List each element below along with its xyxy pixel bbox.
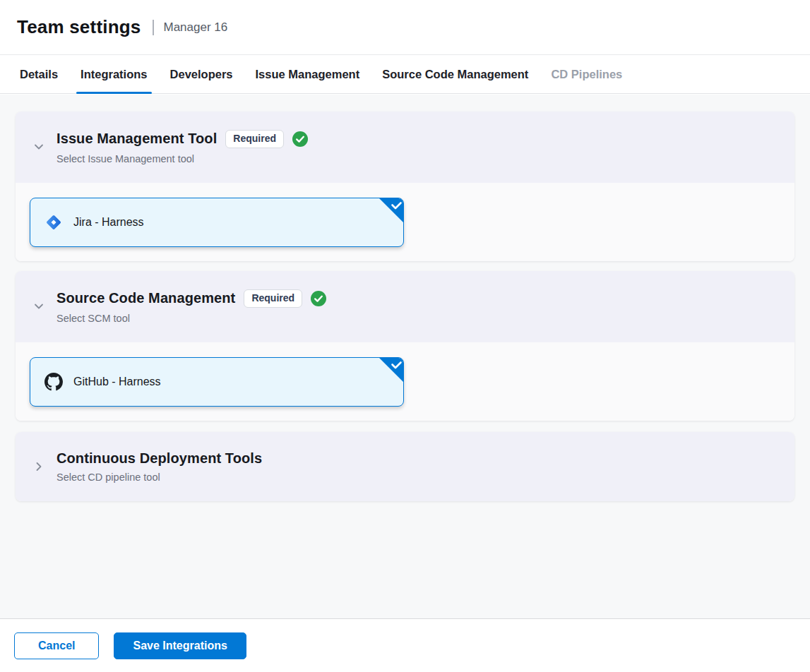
selected-check-icon — [379, 198, 403, 222]
section-issue-management-header[interactable]: Issue Management Tool Required Select Is… — [16, 112, 794, 183]
section-issue-management: Issue Management Tool Required Select Is… — [16, 112, 794, 261]
page-subtitle: Manager 16 — [164, 20, 228, 35]
section-title: Source Code Management — [56, 290, 235, 306]
section-subtitle: Select CD pipeline tool — [56, 472, 262, 483]
tab-cd-pipelines: CD Pipelines — [540, 55, 633, 93]
section-subtitle: Select SCM tool — [56, 313, 326, 324]
section-cd-tools: Continuous Deployment Tools Select CD pi… — [16, 432, 794, 501]
page-header: Team settings Manager 16 — [0, 0, 810, 55]
footer-action-bar: Cancel Save Integrations — [0, 618, 810, 672]
tool-label: Jira - Harness — [73, 216, 144, 229]
jira-icon — [44, 213, 63, 232]
selected-check-icon — [379, 358, 403, 382]
check-circle-icon — [292, 131, 308, 147]
section-source-code-management-header[interactable]: Source Code Management Required Select S… — [16, 271, 794, 342]
chevron-down-icon — [32, 140, 45, 153]
section-source-code-management-body: GitHub - Harness — [16, 342, 794, 421]
title-divider — [153, 20, 154, 35]
save-integrations-button[interactable]: Save Integrations — [114, 632, 246, 659]
page-title: Team settings — [17, 16, 141, 38]
tool-card-github[interactable]: GitHub - Harness — [30, 357, 404, 407]
tab-developers[interactable]: Developers — [159, 55, 244, 93]
section-source-code-management: Source Code Management Required Select S… — [16, 271, 794, 421]
tab-source-code-management[interactable]: Source Code Management — [371, 55, 540, 93]
tool-card-jira[interactable]: Jira - Harness — [30, 198, 404, 247]
chevron-right-icon — [32, 460, 45, 473]
tab-bar: Details Integrations Developers Issue Ma… — [0, 55, 810, 94]
check-circle-icon — [311, 291, 326, 306]
section-subtitle: Select Issue Management tool — [56, 153, 308, 164]
cancel-button[interactable]: Cancel — [14, 632, 99, 659]
section-title: Issue Management Tool — [56, 131, 217, 147]
github-icon — [44, 373, 63, 391]
tab-details[interactable]: Details — [8, 55, 69, 93]
integrations-panel: Issue Management Tool Required Select Is… — [0, 95, 810, 618]
tool-label: GitHub - Harness — [73, 376, 161, 388]
section-issue-management-body: Jira - Harness — [16, 183, 794, 261]
tab-issue-management[interactable]: Issue Management — [244, 55, 371, 93]
section-title: Continuous Deployment Tools — [56, 450, 262, 467]
required-badge: Required — [225, 130, 284, 148]
section-cd-tools-header[interactable]: Continuous Deployment Tools Select CD pi… — [16, 432, 794, 501]
required-badge: Required — [244, 289, 302, 308]
tab-integrations[interactable]: Integrations — [69, 55, 158, 93]
chevron-down-icon — [32, 300, 45, 313]
